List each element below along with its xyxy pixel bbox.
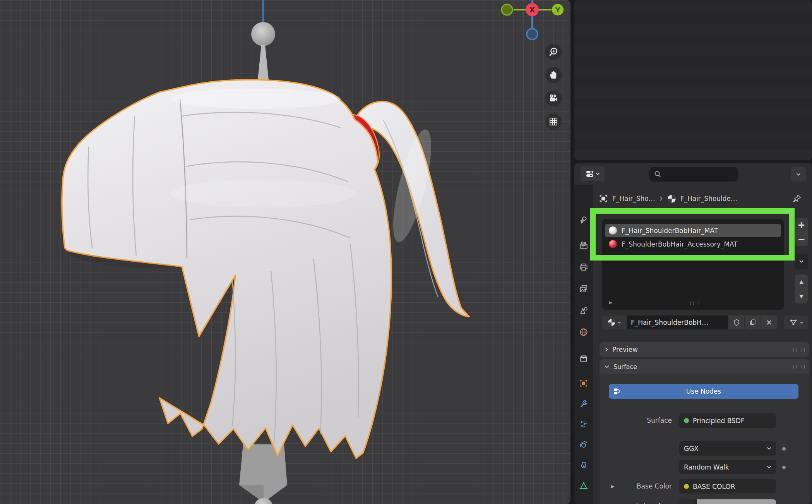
zoom-icon bbox=[548, 47, 558, 57]
breadcrumb: F_Hair_Sho… F_Hair_Shoulde… bbox=[598, 192, 807, 206]
subsurface-slider[interactable]: 0.000 bbox=[679, 499, 776, 504]
blender-window: X Y bbox=[0, 0, 812, 504]
object-icon bbox=[579, 379, 588, 388]
copy-icon bbox=[749, 319, 757, 326]
nav-gizmo[interactable]: X Y bbox=[502, 0, 564, 39]
camera-view-button[interactable] bbox=[545, 90, 562, 106]
minus-icon: − bbox=[797, 235, 805, 243]
chevron-down-icon bbox=[800, 321, 803, 324]
base-color-value: BASE COLOR bbox=[693, 483, 735, 490]
base-color-button[interactable]: BASE COLOR bbox=[679, 479, 776, 494]
tab-modifiers[interactable] bbox=[574, 395, 593, 413]
ortho-toggle-button[interactable] bbox=[545, 113, 562, 130]
move-slot-down-button[interactable]: ▼ bbox=[795, 289, 808, 303]
sss-method-dropdown[interactable]: Random Walk bbox=[679, 460, 776, 474]
hair-model[interactable] bbox=[62, 80, 391, 458]
color-socket-dot bbox=[684, 484, 689, 489]
tab-particles[interactable] bbox=[574, 415, 593, 433]
breadcrumb-material[interactable]: F_Hair_Shoulde… bbox=[680, 195, 737, 202]
row-label: Base Color bbox=[600, 482, 672, 490]
row-label: Subsurface bbox=[600, 502, 672, 504]
material-slot-name: F_Hair_ShoulderBobHair_MAT bbox=[622, 227, 718, 235]
render-camera-icon bbox=[579, 241, 588, 250]
tab-render[interactable] bbox=[574, 237, 593, 254]
panel-drag-grip[interactable] bbox=[792, 348, 805, 351]
tab-tool[interactable] bbox=[574, 211, 593, 229]
collection-box-icon bbox=[579, 354, 588, 363]
tab-output[interactable] bbox=[574, 258, 593, 276]
plus-icon: + bbox=[797, 221, 805, 229]
camera-icon bbox=[548, 93, 559, 103]
material-name-field[interactable]: F_Hair_ShoulderBobH… bbox=[627, 315, 728, 329]
material-preview-sphere-red bbox=[609, 240, 617, 248]
list-expand-arrow[interactable]: ▶ bbox=[609, 300, 612, 305]
object-icon bbox=[598, 194, 608, 204]
shader-select-button[interactable]: Principled BSDF bbox=[679, 413, 776, 428]
material-link-dropdown[interactable] bbox=[784, 315, 808, 329]
use-nodes-label: Use Nodes bbox=[686, 387, 721, 395]
tab-object-data[interactable] bbox=[574, 477, 593, 495]
armature-bone-bottom[interactable] bbox=[239, 444, 287, 504]
viewport-scene: X Y bbox=[0, 0, 570, 504]
pin-icon[interactable] bbox=[792, 194, 802, 204]
use-nodes-button[interactable]: Use Nodes bbox=[609, 384, 798, 399]
material-sphere-icon bbox=[667, 194, 677, 204]
surface-panel-header[interactable]: Surface bbox=[600, 359, 809, 374]
breadcrumb-object[interactable]: F_Hair_Sho… bbox=[612, 195, 655, 202]
tab-scene[interactable] bbox=[574, 302, 593, 319]
armature-bone-top[interactable] bbox=[251, 0, 275, 84]
shader-name: Principled BSDF bbox=[693, 417, 745, 425]
search-icon bbox=[654, 170, 661, 178]
sss-method-value: Random Walk bbox=[684, 463, 729, 471]
decorator-dot[interactable] bbox=[782, 447, 786, 451]
panel-drag-grip[interactable] bbox=[792, 365, 805, 369]
base-color-row: ▶ Base Color BASE COLOR bbox=[600, 479, 809, 494]
tab-object[interactable] bbox=[574, 374, 593, 392]
tab-collection[interactable] bbox=[574, 350, 593, 367]
chevron-down-icon bbox=[604, 365, 610, 369]
view-layer-icon bbox=[579, 284, 588, 293]
viewport-3d[interactable]: X Y bbox=[0, 0, 570, 504]
decorator-dot[interactable] bbox=[782, 466, 786, 469]
material-slot-row[interactable]: F_ShoulderBobHair_Accessory_MAT bbox=[605, 237, 781, 251]
physics-orbit-icon bbox=[579, 440, 588, 449]
outliner-editor[interactable] bbox=[574, 0, 812, 160]
material-datablock-row: F_Hair_ShoulderBobH… bbox=[602, 315, 808, 329]
editor-type-button[interactable] bbox=[581, 166, 605, 181]
slot-specials-button[interactable] bbox=[795, 254, 808, 269]
zoom-button[interactable] bbox=[545, 44, 562, 60]
unlink-material-button[interactable] bbox=[761, 315, 777, 329]
fake-user-button[interactable] bbox=[728, 315, 744, 329]
chevron-right-icon bbox=[659, 196, 663, 201]
gizmo-axis-z-neg[interactable] bbox=[527, 29, 538, 39]
mesh-data-icon bbox=[579, 481, 588, 490]
tab-world[interactable] bbox=[574, 323, 593, 341]
search-input[interactable] bbox=[649, 167, 738, 182]
shield-icon bbox=[733, 319, 740, 326]
move-slot-up-button[interactable]: ▲ bbox=[795, 274, 808, 289]
tab-constraints[interactable] bbox=[574, 456, 593, 474]
socket-stub bbox=[679, 499, 693, 504]
tab-physics[interactable] bbox=[574, 436, 593, 454]
tab-view-layer[interactable] bbox=[574, 280, 593, 298]
material-slot-row[interactable]: F_Hair_ShoulderBobHair_MAT bbox=[605, 224, 781, 237]
add-slot-button[interactable]: + bbox=[795, 218, 808, 232]
pan-button[interactable] bbox=[545, 67, 562, 83]
material-sphere-icon bbox=[607, 318, 616, 327]
svg-text:X: X bbox=[529, 5, 535, 14]
gizmo-axis-y-neg[interactable] bbox=[502, 4, 512, 15]
distribution-row: GGX bbox=[600, 441, 809, 456]
node-link-icon bbox=[789, 318, 798, 327]
new-material-button[interactable] bbox=[745, 315, 761, 329]
filter-options-button[interactable] bbox=[791, 167, 806, 182]
distribution-dropdown[interactable]: GGX bbox=[679, 441, 776, 456]
remove-slot-button[interactable]: − bbox=[795, 232, 808, 246]
modifier-wrench-icon bbox=[579, 399, 588, 408]
subsurface-row: Subsurface 0.000 bbox=[600, 499, 809, 504]
browse-material-button[interactable] bbox=[602, 315, 627, 329]
chevron-down-icon bbox=[767, 447, 771, 450]
grid-icon bbox=[548, 117, 558, 127]
properties-editor: F_Hair_Sho… F_Hair_Shoulde… F_Hair_Shoul… bbox=[574, 163, 812, 504]
preview-panel-header[interactable]: Preview bbox=[600, 342, 809, 357]
list-resize-grip[interactable] bbox=[687, 301, 699, 305]
